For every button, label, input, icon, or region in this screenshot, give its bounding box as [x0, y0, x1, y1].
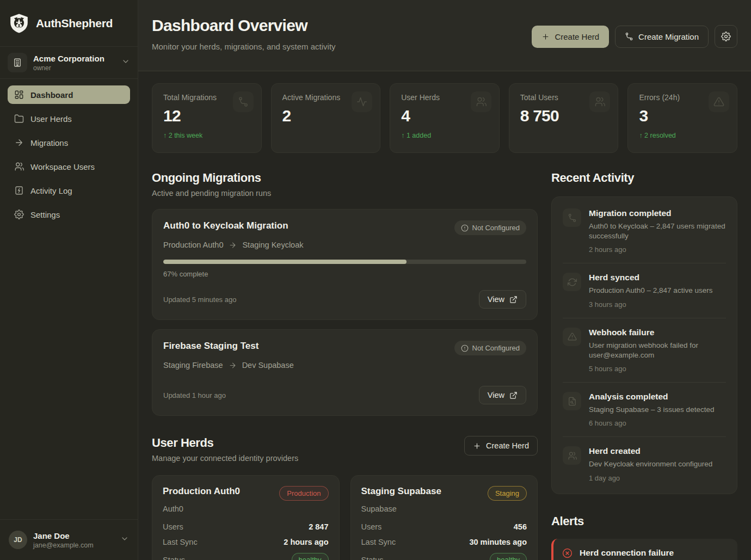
- sidebar-item-label: Dashboard: [30, 90, 73, 100]
- create-herd-label: Create Herd: [555, 32, 599, 41]
- last-sync-label: Last Sync: [361, 538, 396, 546]
- sidebar-item-user-herds[interactable]: User Herds: [8, 109, 130, 128]
- main-area: Dashboard Overview Monitor your herds, m…: [138, 0, 751, 560]
- header-actions: Create Herd Create Migration: [532, 25, 737, 48]
- sidebar-item-label: User Herds: [30, 114, 72, 124]
- activity-icon: [352, 91, 372, 112]
- herd-card-staging-supabase: Staging Supabase Staging Supabase Users …: [350, 475, 538, 560]
- migration-source: Staging Firebase: [163, 361, 223, 370]
- herd-details: Users 456 Last Sync 30 minutes ago Statu…: [361, 522, 527, 560]
- last-sync-label: Last Sync: [163, 538, 198, 546]
- page-header-text: Dashboard Overview Monitor your herds, m…: [152, 16, 336, 51]
- updated-text: Updated 1 hour ago: [163, 391, 226, 399]
- user-email: jane@example.com: [33, 541, 114, 549]
- herd-card-header: Staging Supabase Staging: [361, 486, 527, 501]
- status-badge: healthy: [292, 553, 329, 560]
- alert-title: Herd connection failure: [580, 548, 729, 558]
- dashboard-grid-icon: [14, 90, 24, 100]
- file-search-icon: [563, 392, 581, 410]
- avatar: JD: [9, 531, 27, 549]
- activity-title: Herd synced: [589, 273, 712, 282]
- activity-desc: User migration webhook failed for user@e…: [589, 341, 726, 360]
- org-name: Acme Corporation: [33, 54, 115, 63]
- git-branch-icon: [233, 91, 254, 112]
- herd-status-row: Status healthy: [163, 553, 329, 560]
- sidebar-item-label: Activity Log: [30, 186, 72, 195]
- chevron-down-icon: [120, 534, 129, 545]
- herd-last-sync-row: Last Sync 30 minutes ago: [361, 538, 527, 546]
- migration-name: Firebase Staging Test: [163, 341, 258, 352]
- migration-route: Staging Firebase Dev Supabase: [163, 361, 526, 370]
- progress-fill: [163, 260, 407, 264]
- last-sync-value: 2 hours ago: [284, 538, 328, 546]
- stat-delta: ↑ 2 this week: [163, 132, 250, 139]
- herd-card-header: Production Auth0 Production: [163, 486, 329, 501]
- alert-body: Herd connection failure Dev Keycloak una…: [580, 548, 729, 560]
- activity-title: Webhook failure: [589, 328, 726, 337]
- alert-circle-icon: [461, 224, 469, 232]
- alert-circle-icon: [461, 344, 469, 352]
- migration-card: Firebase Staging Test Not Configured Sta…: [152, 329, 538, 416]
- org-meta: Acme Corporation owner: [33, 54, 115, 72]
- file-zap-icon: [14, 186, 24, 195]
- herd-last-sync-row: Last Sync 2 hours ago: [163, 538, 329, 546]
- app-name: AuthShepherd: [36, 17, 113, 30]
- users-icon: [589, 91, 610, 112]
- arrow-right-icon: [229, 361, 237, 370]
- create-herd-label: Create Herd: [486, 441, 529, 450]
- activity-item: Webhook failure User migration webhook f…: [563, 318, 726, 383]
- activity-time: 1 day ago: [589, 474, 712, 482]
- activity-item-body: Analysis completed Staging Supabase – 3 …: [589, 392, 714, 427]
- view-migration-button[interactable]: View: [479, 386, 526, 404]
- activity-title: Migration completed: [589, 208, 726, 218]
- user-profile[interactable]: JD Jane Doe jane@example.com: [0, 519, 138, 560]
- create-migration-button[interactable]: Create Migration: [615, 26, 709, 48]
- content-columns: Ongoing Migrations Active and pending mi…: [152, 171, 737, 560]
- activity-item-body: Herd created Dev Keycloak environment co…: [589, 446, 712, 482]
- last-sync-value: 30 minutes ago: [469, 538, 527, 546]
- view-label: View: [488, 295, 504, 304]
- badge-label: Not Configured: [472, 344, 520, 352]
- environment-badge: Staging: [488, 486, 527, 501]
- sidebar-item-settings[interactable]: Settings: [8, 205, 130, 224]
- stat-delta: ↑ 2 resolved: [639, 132, 726, 139]
- app-logo: AuthShepherd: [0, 0, 138, 47]
- sidebar-item-label: Settings: [30, 210, 60, 219]
- git-branch-icon: [625, 32, 633, 41]
- herd-grid: Production Auth0 Production Auth0 Users …: [152, 475, 538, 560]
- activity-item-body: Migration completed Auth0 to Keycloak – …: [589, 208, 726, 254]
- updated-text: Updated 5 minutes ago: [163, 296, 236, 304]
- migration-card-footer: Updated 5 minutes ago View: [163, 290, 526, 309]
- x-circle-icon: [562, 548, 573, 560]
- users-value: 456: [514, 522, 527, 531]
- user-name: Jane Doe: [33, 531, 114, 540]
- view-migration-button[interactable]: View: [479, 290, 526, 309]
- progress-label: 67% complete: [163, 270, 526, 278]
- herd-provider: Supabase: [361, 504, 527, 513]
- sidebar-item-dashboard[interactable]: Dashboard: [8, 85, 130, 104]
- sidebar-item-workspace-users[interactable]: Workspace Users: [8, 157, 130, 176]
- badge-label: Not Configured: [472, 224, 520, 232]
- create-herd-button[interactable]: Create Herd: [464, 436, 538, 456]
- user-herds-subtitle: Manage your connected identity providers: [152, 454, 298, 463]
- create-herd-button[interactable]: Create Herd: [532, 26, 609, 48]
- activity-item: Analysis completed Staging Supabase – 3 …: [563, 383, 726, 437]
- ongoing-migrations-title: Ongoing Migrations: [152, 171, 538, 185]
- status-badge: healthy: [490, 553, 527, 560]
- migration-card-footer: Updated 1 hour ago View: [163, 386, 526, 404]
- content: Total Migrations 12 ↑ 2 this week Active…: [138, 71, 751, 560]
- herd-status-row: Status healthy: [361, 553, 527, 560]
- stat-card-active-migrations: Active Migrations 2: [271, 83, 381, 153]
- arrow-right-icon: [14, 138, 24, 147]
- settings-button[interactable]: [715, 25, 737, 48]
- org-switcher[interactable]: Acme Corporation owner: [0, 47, 138, 79]
- migration-target: Dev Supabase: [242, 361, 294, 370]
- stats-row: Total Migrations 12 ↑ 2 this week Active…: [152, 83, 737, 153]
- activity-item: Migration completed Auth0 to Keycloak – …: [563, 199, 726, 263]
- users-icon: [471, 91, 491, 112]
- folder-icon: [14, 114, 24, 124]
- sidebar-item-activity-log[interactable]: Activity Log: [8, 181, 130, 200]
- activity-time: 2 hours ago: [589, 245, 726, 254]
- sidebar-item-migrations[interactable]: Migrations: [8, 133, 130, 152]
- stat-card-user-herds: User Herds 4 ↑ 1 added: [390, 83, 500, 153]
